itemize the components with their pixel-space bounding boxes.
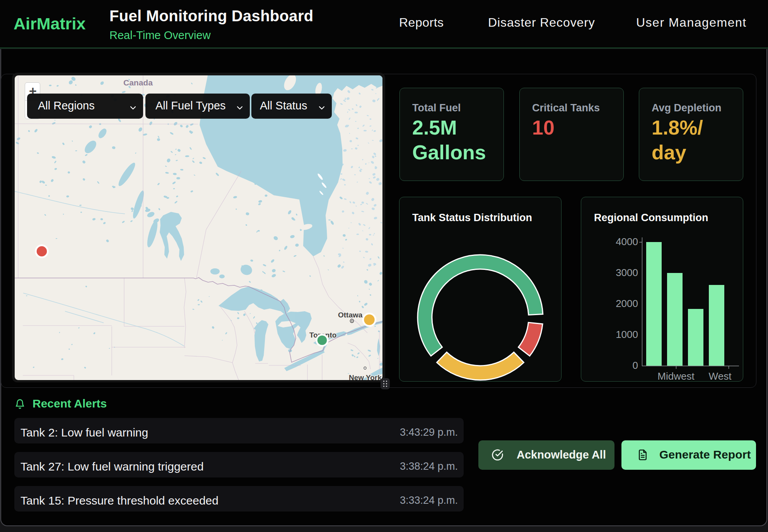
- svg-text:4000: 4000: [616, 236, 638, 247]
- svg-text:Midwest: Midwest: [657, 370, 695, 382]
- svg-text:3000: 3000: [616, 267, 638, 278]
- svg-text:1000: 1000: [616, 329, 638, 340]
- svg-text:0: 0: [633, 360, 638, 371]
- svg-text:New York: New York: [349, 373, 382, 380]
- svg-text:Canada: Canada: [123, 78, 153, 87]
- svg-text:2000: 2000: [616, 298, 638, 309]
- svg-text:Ottawa: Ottawa: [338, 311, 363, 319]
- svg-text:West: West: [709, 370, 732, 382]
